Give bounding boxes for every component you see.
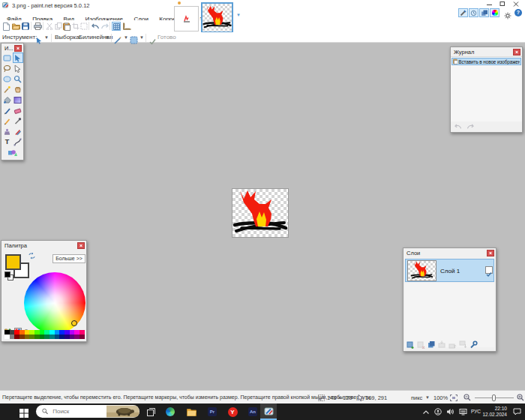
zoom-slider-thumb[interactable]	[492, 394, 496, 401]
tool-zoom[interactable]	[13, 74, 23, 84]
palette-swatch[interactable]	[44, 334, 50, 339]
layer-visibility-checkbox[interactable]	[485, 266, 493, 274]
open-icon[interactable]	[11, 22, 20, 31]
zoom-level-value[interactable]: 100%	[434, 394, 448, 401]
palette-swatch[interactable]	[50, 334, 55, 339]
close-button[interactable]	[510, 1, 522, 9]
print-icon[interactable]	[33, 22, 42, 31]
tools-panel-close-icon[interactable]	[14, 45, 22, 52]
palette-swatch[interactable]	[59, 334, 64, 339]
tool-shapes[interactable]	[8, 147, 18, 158]
premiere-icon[interactable]: Pr	[207, 406, 218, 417]
finish-button[interactable]: Готово	[158, 32, 176, 43]
palette-swatch[interactable]	[55, 334, 60, 339]
toggle-layers-icon[interactable]	[479, 8, 489, 17]
palette-swatch[interactable]	[74, 334, 80, 339]
edge-browser-icon[interactable]	[165, 406, 176, 417]
palette-swatch[interactable]	[25, 334, 30, 339]
palette-swatch[interactable]	[34, 334, 40, 339]
tool-eraser[interactable]	[13, 105, 23, 116]
file-explorer-icon[interactable]	[186, 406, 196, 417]
tool-text[interactable]: T	[2, 136, 13, 147]
units-caret[interactable]: ▼	[425, 392, 430, 403]
palette-more-button[interactable]: Больше >>	[52, 254, 86, 263]
undo-icon[interactable]	[91, 22, 100, 31]
language-indicator[interactable]: РУС	[471, 409, 481, 414]
layer-properties-wrench-icon[interactable]	[470, 340, 478, 349]
history-panel-titlebar[interactable]: Журнал	[451, 47, 522, 56]
tab-list-chevron-icon[interactable]: ▼	[236, 13, 241, 17]
history-panel-close-icon[interactable]	[513, 49, 520, 56]
new-file-icon[interactable]	[2, 22, 10, 31]
tray-user-icon[interactable]	[433, 406, 443, 417]
tool-rectangle-select[interactable]	[2, 52, 13, 63]
tools-panel-titlebar[interactable]: И...	[2, 44, 23, 52]
tool-move-selected-pixels[interactable]	[13, 52, 23, 63]
palette-swatch[interactable]	[20, 334, 25, 339]
taskbar-clock[interactable]: 22:10 12.02.2024	[482, 406, 507, 418]
colors-panel-titlebar[interactable]: Палитра	[2, 241, 86, 250]
palette-swatch[interactable]	[29, 334, 34, 339]
toggle-tools-icon[interactable]	[458, 8, 468, 17]
search-input[interactable]	[51, 407, 106, 416]
palette-swatch[interactable]	[10, 334, 15, 339]
duplicate-layer-icon[interactable]	[428, 340, 436, 349]
zoom-fit-icon[interactable]	[450, 394, 458, 401]
tool-paint-bucket[interactable]	[2, 94, 13, 105]
palette-swatch[interactable]	[4, 334, 10, 339]
task-view-icon[interactable]	[146, 406, 156, 417]
network-icon[interactable]	[458, 406, 468, 417]
selection-mode-icon[interactable]	[130, 34, 138, 47]
rulers-icon[interactable]	[122, 22, 131, 31]
tool-color-picker[interactable]	[13, 116, 23, 126]
selection-quality-caret[interactable]: ▼	[105, 32, 110, 43]
tool-paintbrush[interactable]	[2, 105, 13, 116]
tool-magic-wand[interactable]	[2, 84, 13, 94]
primary-color-swatch[interactable]	[5, 254, 21, 270]
tool-pan[interactable]	[13, 84, 23, 94]
image-tab-1[interactable]	[174, 6, 199, 32]
layer-row[interactable]: Слой 1	[405, 259, 494, 282]
save-icon[interactable]	[21, 22, 30, 31]
yandex-browser-icon[interactable]: Y	[227, 406, 238, 417]
toggle-colors-icon[interactable]	[490, 8, 500, 17]
color-wheel-selector[interactable]	[71, 320, 77, 326]
layers-panel-titlebar[interactable]: Слои	[404, 248, 496, 257]
tool-ellipse-select[interactable]	[2, 74, 13, 84]
notification-center-icon[interactable]	[512, 406, 522, 417]
current-tool-icon[interactable]	[35, 34, 43, 47]
palette-swatch[interactable]	[70, 334, 75, 339]
palette-swatch[interactable]	[80, 334, 85, 339]
zoom-out-icon[interactable]	[464, 394, 471, 401]
palette-swatch[interactable]	[64, 334, 70, 339]
canvas[interactable]	[232, 189, 288, 237]
units-dropdown[interactable]: пикс	[411, 394, 422, 401]
antialiasing-caret[interactable]: ▼	[124, 32, 128, 43]
selection-mode-caret[interactable]: ▼	[140, 32, 144, 43]
tool-clone-stamp[interactable]	[2, 126, 13, 136]
swap-colors-icon[interactable]	[28, 253, 35, 260]
animate-icon[interactable]: An	[248, 406, 258, 417]
tool-line-curve[interactable]	[13, 136, 23, 147]
tool-dropdown-caret[interactable]: ▼	[44, 32, 49, 43]
tool-move-selection[interactable]	[13, 63, 23, 74]
volume-icon[interactable]	[445, 406, 455, 417]
palette-swatch[interactable]	[14, 334, 20, 339]
colors-panel-close-icon[interactable]	[77, 242, 85, 249]
tool-gradient[interactable]	[13, 94, 23, 105]
toggle-history-icon[interactable]	[469, 8, 478, 17]
tool-lasso-select[interactable]	[2, 63, 13, 74]
paste-icon[interactable]	[62, 22, 71, 31]
help-icon[interactable]: ?	[514, 9, 522, 16]
tray-chevron-icon[interactable]	[421, 406, 431, 417]
start-button[interactable]	[20, 407, 28, 420]
antialiasing-icon[interactable]	[114, 34, 122, 47]
paintnet-taskbar-icon[interactable]	[260, 404, 277, 420]
history-item[interactable]: Вставить в новое изображение	[452, 58, 521, 65]
tool-recolor[interactable]	[13, 126, 23, 136]
image-tab-2-active[interactable]	[201, 2, 233, 33]
zoom-in-icon[interactable]	[517, 394, 524, 401]
taskbar-search[interactable]	[36, 405, 140, 418]
grid-toggle-icon[interactable]	[112, 22, 121, 31]
tool-pencil[interactable]	[2, 116, 13, 126]
